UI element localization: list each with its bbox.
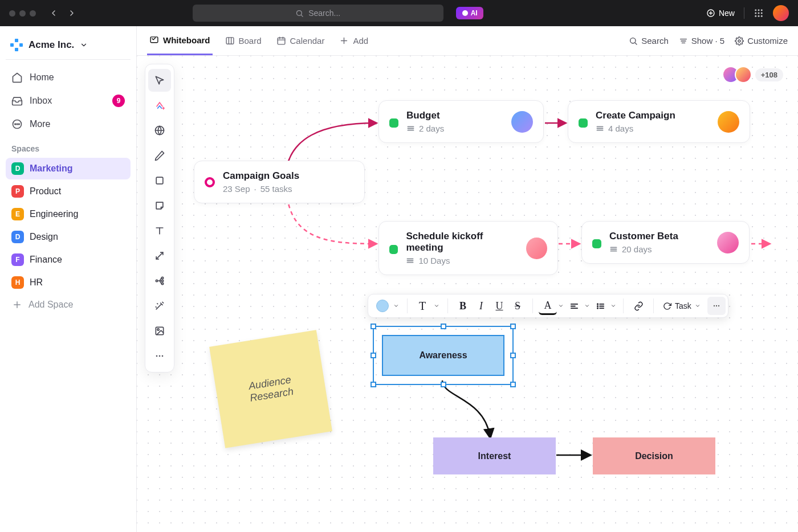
tool-mindmap[interactable]	[148, 269, 171, 292]
tool-pen[interactable]	[148, 144, 171, 167]
tab-calendar[interactable]: Calendar	[274, 26, 327, 55]
align-button[interactable]	[565, 297, 583, 315]
tool-effects[interactable]	[148, 294, 171, 317]
collaborators: +108	[727, 66, 783, 83]
nav-home[interactable]: Home	[6, 67, 131, 88]
space-engineering[interactable]: E Engineering	[6, 203, 131, 225]
status-icon	[389, 118, 398, 128]
nav-back-button[interactable]	[48, 8, 59, 18]
workspace-name: Acme Inc.	[28, 39, 74, 51]
svg-rect-22	[226, 38, 234, 44]
space-design[interactable]: D Design	[6, 226, 131, 248]
font-color-button[interactable]: A	[539, 297, 557, 315]
divider	[744, 7, 744, 19]
space-badge: D	[11, 231, 24, 243]
tool-text[interactable]	[148, 219, 171, 242]
add-space-button[interactable]: Add Space	[6, 294, 131, 315]
card-customer-beta[interactable]: Customer Beta 20 days	[581, 221, 750, 264]
view-customize-button[interactable]: Customize	[735, 36, 788, 46]
assignee-avatar[interactable]	[526, 238, 547, 259]
collaborator-avatar[interactable]	[735, 66, 752, 83]
space-marketing[interactable]: D Marketing	[6, 158, 131, 179]
tool-shape[interactable]	[148, 169, 171, 192]
bold-button[interactable]: B	[454, 297, 472, 315]
svg-line-1	[302, 15, 303, 17]
tool-image[interactable]	[148, 320, 171, 342]
nav-inbox[interactable]: Inbox 9	[6, 89, 131, 112]
window-controls[interactable]	[9, 10, 36, 17]
apps-grid-button[interactable]	[754, 8, 764, 18]
fill-color-dropdown[interactable]	[391, 297, 401, 315]
space-badge: F	[11, 253, 24, 266]
collaborators-overflow[interactable]: +108	[755, 68, 783, 81]
assignee-avatar[interactable]	[718, 111, 739, 133]
svg-point-36	[738, 40, 740, 42]
global-search[interactable]: Search...	[193, 5, 443, 22]
svg-point-68	[597, 304, 597, 304]
search-placeholder: Search...	[308, 9, 340, 18]
view-show-button[interactable]: Show · 5	[679, 36, 724, 46]
align-dropdown[interactable]	[583, 297, 591, 315]
italic-button[interactable]: I	[472, 297, 490, 315]
sticky-note[interactable]: Audience Research	[209, 330, 332, 448]
font-color-dropdown[interactable]	[557, 297, 565, 315]
strikethrough-button[interactable]: S	[508, 297, 527, 315]
link-button[interactable]	[629, 297, 648, 315]
workspace-selector[interactable]: Acme Inc.	[6, 34, 131, 60]
view-search-button[interactable]: Search	[629, 36, 669, 46]
assignee-avatar[interactable]	[511, 111, 533, 133]
ai-button[interactable]: AI	[456, 7, 483, 19]
home-icon	[11, 72, 23, 83]
tool-ai[interactable]	[148, 94, 171, 117]
tool-select[interactable]	[148, 69, 171, 92]
main: Whiteboard Board Calendar Add	[137, 26, 798, 532]
svg-point-52	[162, 355, 164, 357]
tool-web[interactable]	[148, 119, 171, 142]
assignee-avatar[interactable]	[717, 232, 739, 253]
tool-connector[interactable]	[148, 244, 171, 267]
flow-awareness[interactable]: Awareness	[382, 335, 504, 376]
space-badge: D	[11, 162, 24, 175]
new-button[interactable]: New	[706, 9, 735, 18]
chevron-down-icon	[80, 41, 88, 49]
inbox-icon	[11, 95, 23, 107]
tool-more[interactable]	[148, 345, 171, 367]
convert-to-task-button[interactable]: Task	[657, 301, 706, 310]
card-budget[interactable]: Budget 2 days	[378, 100, 544, 143]
flow-interest[interactable]: Interest	[433, 437, 556, 474]
flow-decision[interactable]: Decision	[593, 437, 715, 474]
svg-point-31	[630, 38, 636, 43]
titlebar: Search... AI New	[0, 0, 798, 26]
list-dropdown[interactable]	[609, 297, 617, 315]
svg-point-16	[15, 124, 16, 125]
text-style-button[interactable]: T	[413, 297, 431, 315]
nav-forward-button[interactable]	[67, 8, 77, 18]
svg-point-13	[758, 15, 759, 17]
tool-sticky[interactable]	[148, 194, 171, 217]
svg-point-14	[761, 15, 763, 17]
text-style-dropdown[interactable]	[431, 297, 442, 315]
plus-icon	[339, 36, 349, 46]
space-hr[interactable]: H HR	[6, 272, 131, 293]
space-product[interactable]: P Product	[6, 181, 131, 202]
svg-rect-21	[150, 36, 158, 42]
toolbar-more-button[interactable]	[707, 297, 726, 315]
user-avatar[interactable]	[773, 5, 789, 21]
card-create-campaign[interactable]: Create Campaign 4 days	[568, 100, 750, 143]
svg-point-74	[714, 305, 715, 306]
card-campaign-goals[interactable]: Campaign Goals 23 Sep · 55 tasks	[194, 161, 365, 203]
underline-button[interactable]: U	[490, 297, 508, 315]
inbox-badge: 9	[112, 95, 125, 107]
card-schedule-kickoff[interactable]: Schedule kickoff meeting 10 Days	[378, 221, 558, 275]
fill-color-button[interactable]	[373, 297, 391, 315]
svg-point-6	[755, 9, 756, 11]
nav-more[interactable]: More	[6, 113, 131, 135]
tab-whiteboard[interactable]: Whiteboard	[147, 26, 213, 55]
list-button[interactable]	[591, 297, 609, 315]
whiteboard-canvas[interactable]: +108	[137, 56, 798, 532]
tab-board[interactable]: Board	[223, 26, 264, 55]
more-icon	[11, 118, 23, 130]
space-finance[interactable]: F Finance	[6, 249, 131, 271]
format-toolbar: T B I U S A	[368, 294, 728, 318]
add-view-button[interactable]: Add	[337, 26, 370, 55]
